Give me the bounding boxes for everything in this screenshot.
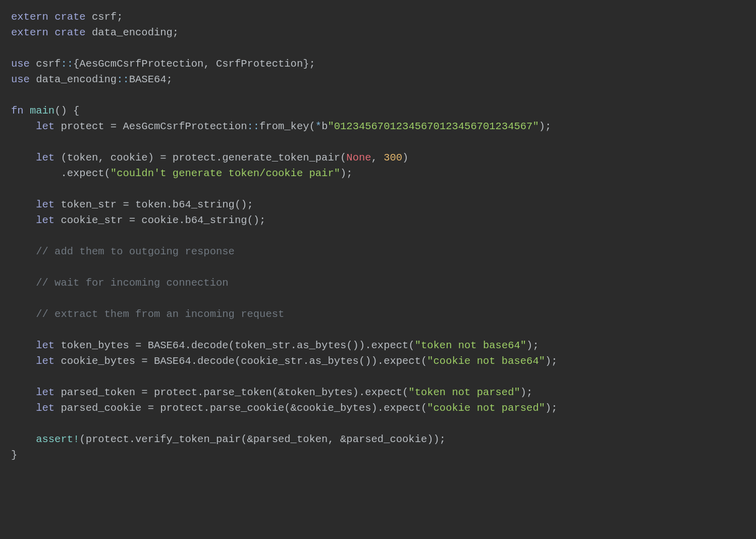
token-str: "01234567012345670123456701234567" (328, 121, 538, 132)
token-kw: let (36, 355, 55, 367)
token-pn: from_key( (259, 121, 315, 132)
code-block: extern crate csrf; extern crate data_enc… (0, 0, 756, 472)
code-line: // extract them from an incoming request (11, 308, 284, 320)
code-line: use data_encoding::BASE64; (11, 74, 173, 85)
token-pn: data_encoding; (86, 27, 179, 38)
token-pn: data_encoding (30, 74, 117, 85)
code-line: fn main() { (11, 105, 79, 117)
token-str: "cookie not base64" (427, 355, 545, 367)
token-num: 300 (384, 152, 402, 164)
token-pn (24, 105, 30, 117)
token-op: :: (117, 74, 129, 85)
token-cmt: // wait for incoming connection (36, 277, 228, 289)
code-line: let token_bytes = BASE64.decode(token_st… (11, 340, 539, 351)
token-pn: csrf (30, 58, 61, 70)
token-none: None (346, 152, 371, 164)
token-kw: let (36, 340, 55, 351)
token-op: :: (61, 58, 73, 70)
token-kw: crate (55, 11, 86, 23)
token-pn (48, 27, 55, 38)
token-kw: extern (11, 27, 48, 38)
token-kw: let (36, 387, 55, 398)
token-kw: use (11, 58, 30, 70)
code-line: .expect("couldn't generate token/cookie … (11, 168, 353, 179)
token-str: "token not parsed" (408, 387, 520, 398)
code-line: extern crate data_encoding; (11, 27, 179, 38)
token-kw: fn (11, 105, 24, 117)
code-line: let cookie_str = cookie.b64_string(); (11, 214, 265, 226)
code-line: extern crate csrf; (11, 11, 123, 23)
code-line: let (token, cookie) = protect.generate_t… (11, 152, 408, 164)
code-line: let protect = AesGcmCsrfProtection::from… (11, 121, 551, 132)
token-pn: cookie_bytes = BASE64.decode(cookie_str.… (55, 355, 427, 367)
token-pn: ) (402, 152, 408, 164)
token-pn: (token, cookie) = protect.generate_token… (55, 152, 346, 164)
token-pn: ); (539, 121, 552, 132)
token-kw: let (36, 199, 55, 210)
token-pn: ); (545, 355, 558, 367)
token-kw: let (36, 121, 55, 132)
token-fn: main (30, 105, 55, 117)
code-line: let parsed_cookie = protect.parse_cookie… (11, 402, 558, 414)
code-line: let token_str = token.b64_string(); (11, 199, 253, 210)
token-kw: crate (55, 27, 86, 38)
token-pn: {AesGcmCsrfProtection, CsrfProtection}; (73, 58, 315, 70)
token-pn: , (371, 152, 384, 164)
token-op: :: (247, 121, 260, 132)
token-cmt: // add them to outgoing response (36, 246, 235, 257)
token-pn: ); (545, 402, 558, 414)
code-line: use csrf::{AesGcmCsrfProtection, CsrfPro… (11, 58, 315, 70)
token-kw: let (36, 214, 55, 226)
token-pn (48, 11, 55, 23)
code-line: let cookie_bytes = BASE64.decode(cookie_… (11, 355, 558, 367)
code-line: assert!(protect.verify_token_pair(&parse… (11, 434, 446, 445)
token-pn: token_bytes = BASE64.decode(token_str.as… (55, 340, 415, 351)
token-kw: let (36, 402, 55, 414)
token-pn: protect = AesGcmCsrfProtection (55, 121, 247, 132)
token-pn: () { (55, 105, 79, 117)
code-line: // wait for incoming connection (11, 277, 229, 289)
token-pn: BASE64; (129, 74, 173, 85)
token-pn: parsed_cookie = protect.parse_cookie(&co… (55, 402, 427, 414)
token-pn: token_str = token.b64_string(); (55, 199, 253, 210)
token-pn: csrf; (86, 11, 123, 23)
token-pn: parsed_token = protect.parse_token(&toke… (55, 387, 408, 398)
token-kw: extern (11, 11, 48, 23)
token-pn: } (11, 449, 17, 461)
token-str: "token not base64" (415, 340, 526, 351)
token-cmt: // extract them from an incoming request (36, 308, 284, 320)
token-pn: .expect( (61, 168, 110, 179)
token-kw: use (11, 74, 30, 85)
token-kw: let (36, 152, 55, 164)
token-pn: ); (520, 387, 533, 398)
token-str: "couldn't generate token/cookie pair" (111, 168, 340, 179)
token-str: "cookie not parsed" (427, 402, 545, 414)
token-bpfx: b (321, 121, 328, 132)
token-pn: ); (340, 168, 353, 179)
token-mac: assert! (36, 434, 79, 445)
token-pn: cookie_str = cookie.b64_string(); (55, 214, 265, 226)
token-pn: ); (526, 340, 539, 351)
code-line: // add them to outgoing response (11, 246, 235, 257)
token-star: * (315, 121, 321, 132)
code-line: let parsed_token = protect.parse_token(&… (11, 387, 532, 398)
code-line: } (11, 449, 17, 461)
token-pn: (protect.verify_token_pair(&parsed_token… (79, 434, 446, 445)
